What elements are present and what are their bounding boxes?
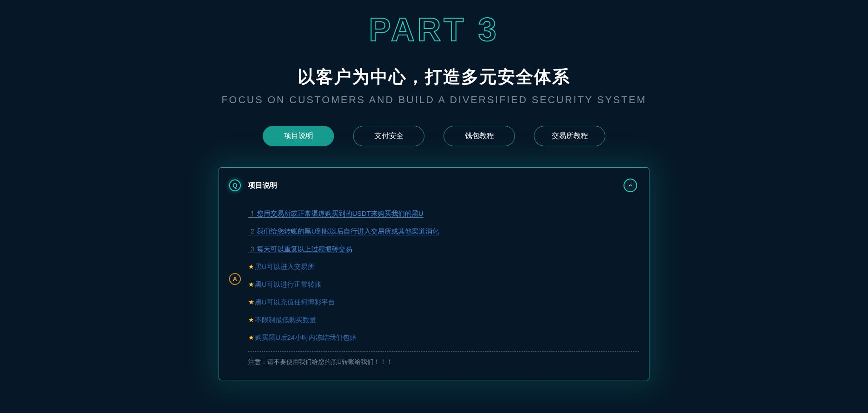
star-item-text: 黑U可以进行正常转账 bbox=[255, 280, 321, 288]
a-badge-icon: A bbox=[229, 273, 241, 285]
star-icon: ★ bbox=[248, 333, 254, 341]
star-icon: ★ bbox=[248, 280, 254, 288]
faq-answer-section: A 1️您用交易所或正常渠道购买到的USDT来购买我们的黑U 2️我们给您转账的… bbox=[229, 209, 639, 380]
section-subtitle-zh: 以客户为中心，打造多元安全体系 bbox=[298, 65, 570, 89]
star-icon: ★ bbox=[248, 316, 254, 323]
star-icon: ★ bbox=[248, 298, 254, 306]
list-item: ★黑U可以进行正常转账 bbox=[248, 280, 639, 289]
star-item-text: 黑U可以进入交易所 bbox=[255, 263, 314, 270]
tab-bar: 项目说明 支付安全 钱包教程 交易所教程 bbox=[263, 126, 605, 146]
chevron-up-icon bbox=[627, 182, 634, 189]
faq-panel: Q 项目说明 A 1️您用交易所或正常渠道购买到的USDT来购买我们的黑U 2️… bbox=[219, 167, 649, 380]
list-item: 3️每天可以重复以上过程搬砖交易 bbox=[248, 245, 639, 254]
star-item-text: 不限制最低购买数量 bbox=[255, 316, 316, 323]
star-icon: ★ bbox=[248, 263, 254, 270]
list-item: ★不限制最低购买数量 bbox=[248, 316, 639, 324]
list-item: 2️我们给您转账的黑U到账以后自行进入交易所或其他渠道消化 bbox=[248, 227, 639, 236]
faq-note: 注意：请不要使用我们给您的黑U转账给我们！！！ bbox=[248, 358, 639, 366]
faq-answer-body: 1️您用交易所或正常渠道购买到的USDT来购买我们的黑U 2️我们给您转账的黑U… bbox=[248, 209, 639, 366]
tab-exchange-tutorial[interactable]: 交易所教程 bbox=[534, 126, 605, 146]
list-item: 1️您用交易所或正常渠道购买到的USDT来购买我们的黑U bbox=[248, 209, 639, 218]
tab-project-description[interactable]: 项目说明 bbox=[263, 126, 334, 146]
faq-question-title: 项目说明 bbox=[248, 181, 277, 190]
star-item-text: 购买黑U后24小时内冻结我们包赔 bbox=[255, 333, 356, 341]
list-item: ★黑U可以充值任何博彩平台 bbox=[248, 298, 639, 307]
divider-line bbox=[248, 351, 639, 352]
tab-wallet-tutorial[interactable]: 钱包教程 bbox=[444, 126, 515, 146]
q-badge-icon: Q bbox=[229, 179, 241, 191]
section-subtitle-en: FOCUS ON CUSTOMERS AND BUILD A DIVERSIFI… bbox=[222, 94, 647, 106]
list-item: ★黑U可以进入交易所 bbox=[248, 263, 639, 271]
tab-payment-security[interactable]: 支付安全 bbox=[353, 126, 424, 146]
collapse-button[interactable] bbox=[624, 179, 637, 192]
star-item-text: 黑U可以充值任何博彩平台 bbox=[255, 298, 335, 306]
section-part-title: PART 3 bbox=[369, 11, 499, 48]
list-item: ★购买黑U后24小时内冻结我们包赔 bbox=[248, 333, 639, 342]
faq-question-row: Q 项目说明 bbox=[229, 179, 639, 191]
